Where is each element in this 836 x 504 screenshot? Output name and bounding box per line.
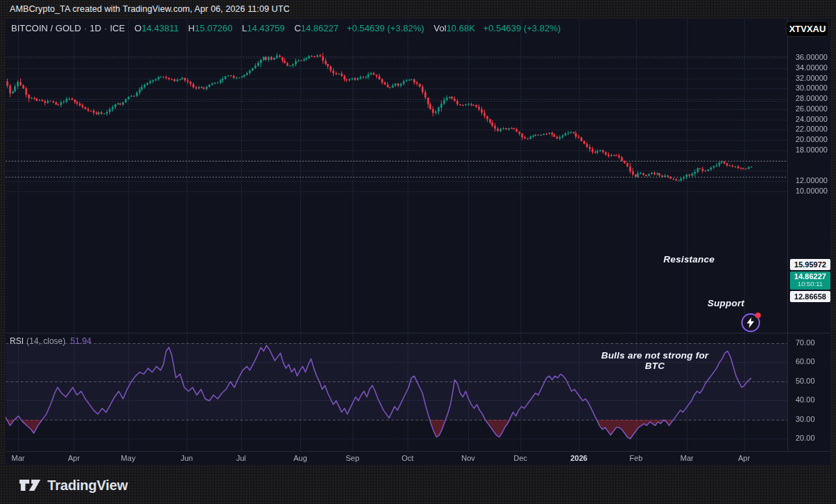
- footer-bar: TradingView: [19, 474, 127, 496]
- low-value: 14.43759: [247, 23, 285, 33]
- price-tick: 36.00000: [796, 53, 836, 61]
- time-tick: Dec: [505, 454, 536, 462]
- volume-label: Vol: [434, 23, 447, 33]
- price-tick: 22.00000: [796, 125, 836, 133]
- volume-value: 10.68K: [447, 23, 475, 33]
- legend-separator-2: ·: [104, 23, 107, 33]
- attribution-text: AMBCrypto_TA created with TradingView.co…: [10, 4, 290, 14]
- rsi-name[interactable]: RSI: [10, 336, 24, 346]
- rsi-params: (14, close): [26, 336, 65, 346]
- time-tick: Jul: [226, 454, 256, 462]
- price-tick: 18.00000: [796, 145, 836, 154]
- time-tick: Apr: [729, 454, 759, 462]
- rsi-tick: 70.00: [796, 338, 836, 347]
- price-tick: 26.00000: [796, 104, 836, 113]
- price-tick: 34.00000: [796, 63, 836, 72]
- notification-dot: [755, 313, 761, 318]
- legend-separator: ·: [84, 23, 86, 33]
- symbol-legend: BITCOIN / GOLD·1D·ICE O14.43811 H15.0726…: [11, 23, 561, 33]
- rsi-legend: RSI(14, close)51.94: [10, 336, 91, 346]
- exchange-label: ICE: [110, 23, 125, 33]
- current-price-label: 14.86227 10:50:11: [790, 271, 830, 290]
- open-label: O: [134, 23, 141, 33]
- rsi-tick: 30.00: [796, 415, 836, 423]
- support-price-label: 12.86658: [790, 291, 830, 302]
- time-tick: Sep: [337, 454, 368, 462]
- chart-canvas[interactable]: [6, 19, 830, 465]
- price-tick: 20.00000: [796, 135, 836, 143]
- close-label: C: [294, 23, 300, 33]
- resistance-annotation: Resistance: [655, 254, 723, 265]
- time-tick: Mar: [3, 454, 33, 462]
- rsi-note-annotation: Bulls are not strong for BTC: [592, 350, 718, 371]
- bar-countdown: 10:50:11: [790, 281, 830, 288]
- high-label: H: [188, 23, 194, 33]
- symbol-title[interactable]: BITCOIN / GOLD: [11, 23, 81, 33]
- time-tick: Aug: [285, 454, 316, 462]
- chart-panel: [6, 19, 830, 465]
- price-tick: 28.00000: [796, 94, 836, 102]
- price-tick: 10.00000: [796, 187, 836, 195]
- rsi-tick: 20.00: [796, 434, 836, 442]
- time-tick: Nov: [453, 454, 483, 462]
- high-value: 15.07260: [194, 23, 232, 33]
- time-tick: 2026: [564, 454, 594, 462]
- time-tick: Feb: [621, 454, 651, 462]
- price-tick: 30.00000: [796, 84, 836, 92]
- price-tick: 24.00000: [796, 115, 836, 123]
- rsi-tick: 50.00: [796, 377, 836, 385]
- resistance-price-label: 15.95972: [790, 259, 830, 270]
- time-tick: Mar: [672, 454, 702, 462]
- low-label: L: [242, 23, 247, 33]
- volume-change: +0.54639 (+3.82%): [483, 23, 560, 33]
- lightning-icon: [746, 317, 755, 328]
- boost-icon[interactable]: [741, 313, 760, 332]
- rsi-value: 51.94: [70, 336, 91, 346]
- open-value: 14.43811: [141, 23, 178, 33]
- time-tick: Apr: [59, 454, 89, 462]
- tradingview-brand-text[interactable]: TradingView: [47, 478, 127, 494]
- tradingview-snapshot: { "attribution": "AMBCrypto_TA created w…: [0, 0, 836, 504]
- support-annotation: Support: [696, 298, 756, 308]
- rsi-tick: 60.00: [796, 357, 836, 365]
- tradingview-logo-icon[interactable]: [19, 476, 41, 495]
- time-tick: Jun: [171, 454, 202, 462]
- price-tick: 12.00000: [796, 176, 836, 184]
- price-tick: 32.00000: [796, 74, 836, 82]
- change-value: +0.54639 (+3.82%): [347, 23, 424, 33]
- timeframe-label[interactable]: 1D: [90, 23, 102, 33]
- watermark-badge: XTVXAU: [786, 21, 829, 37]
- time-tick: May: [113, 454, 144, 462]
- close-value: 14.86227: [301, 23, 339, 33]
- rsi-tick: 40.00: [796, 395, 836, 404]
- time-tick: Oct: [392, 454, 423, 462]
